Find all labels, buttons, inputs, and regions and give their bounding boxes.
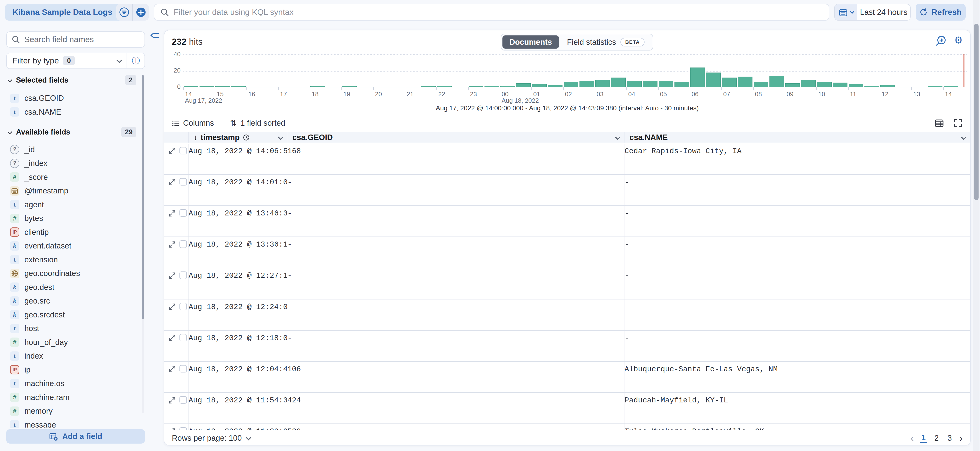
row-checkbox[interactable] bbox=[180, 240, 187, 248]
previous-page-button[interactable]: ‹ bbox=[910, 433, 914, 443]
cell-csa-name: - bbox=[624, 206, 970, 236]
fullscreen-button[interactable] bbox=[953, 118, 963, 128]
x-axis-tick bbox=[531, 88, 532, 90]
cell-csa-geoid: 520 bbox=[287, 424, 624, 430]
kql-search-input[interactable] bbox=[174, 7, 822, 17]
field-item[interactable]: k geo.src bbox=[6, 294, 142, 308]
histogram-bar bbox=[770, 76, 784, 88]
expand-row-icon[interactable] bbox=[169, 428, 176, 430]
column-header-csa-name[interactable]: csa.NAME bbox=[624, 132, 970, 143]
row-checkbox[interactable] bbox=[180, 303, 187, 310]
field-item[interactable]: k geo.srcdest bbox=[6, 308, 142, 322]
field-item[interactable]: # machine.ram bbox=[6, 390, 142, 404]
row-checkbox[interactable] bbox=[180, 365, 187, 373]
field-item[interactable]: # memory bbox=[6, 404, 142, 418]
expand-row-icon[interactable] bbox=[169, 241, 176, 248]
table-body: Aug 18, 2022 @ 14:06:51.816 168 Cedar Ra… bbox=[164, 144, 970, 430]
field-item[interactable]: k event.dataset bbox=[6, 239, 142, 253]
filter-by-type-select[interactable]: Filter by type 0 ⓘ bbox=[6, 53, 145, 69]
expand-row-icon[interactable] bbox=[169, 335, 176, 341]
column-actions-chevron[interactable] bbox=[278, 134, 283, 140]
kql-search-bar[interactable] bbox=[154, 4, 829, 21]
add-field-button[interactable]: Add a field bbox=[6, 429, 145, 444]
table-row: Aug 18, 2022 @ 12:04:41.998 106 Albuquer… bbox=[164, 362, 970, 393]
chevron-down-icon bbox=[850, 10, 854, 14]
histogram-bar bbox=[943, 86, 958, 88]
expand-row-icon[interactable] bbox=[169, 365, 176, 373]
field-item[interactable]: t host bbox=[6, 322, 142, 335]
refresh-button[interactable]: Refresh bbox=[916, 4, 966, 21]
available-fields-header[interactable]: Available fields 29 bbox=[6, 126, 143, 138]
columns-button[interactable]: Columns bbox=[172, 118, 214, 127]
sort-fields-button[interactable]: ⇅ 1 field sorted bbox=[230, 118, 285, 127]
field-item[interactable]: t machine.os bbox=[6, 376, 142, 390]
expand-row-icon[interactable] bbox=[169, 210, 176, 217]
display-density-button[interactable] bbox=[935, 118, 944, 128]
row-checkbox[interactable] bbox=[180, 178, 187, 185]
page-button-1[interactable]: 1 bbox=[920, 433, 927, 443]
field-item[interactable]: t csa.NAME bbox=[6, 105, 142, 119]
data-view-picker[interactable]: Kibana Sample Data Logs bbox=[5, 4, 129, 21]
row-checkbox[interactable] bbox=[180, 334, 187, 341]
pagination: ‹ 123› bbox=[910, 433, 963, 443]
sidebar-scrollbar[interactable] bbox=[142, 75, 144, 413]
expand-row-icon[interactable] bbox=[169, 303, 176, 310]
expand-row-icon[interactable] bbox=[169, 397, 176, 404]
page-scrollbar[interactable] bbox=[973, 0, 979, 451]
expand-row-icon[interactable] bbox=[169, 178, 176, 185]
info-icon[interactable]: ⓘ bbox=[127, 55, 145, 66]
field-item[interactable]: t agent bbox=[6, 198, 142, 212]
column-actions-chevron[interactable] bbox=[615, 134, 620, 140]
column-header-timestamp[interactable]: ↓ timestamp bbox=[188, 132, 287, 143]
row-controls bbox=[164, 144, 188, 174]
histogram-bar bbox=[659, 81, 673, 88]
x-axis-tick-label: 05 bbox=[660, 91, 667, 98]
page-button-2[interactable]: 2 bbox=[933, 433, 940, 443]
row-checkbox[interactable] bbox=[180, 271, 187, 279]
row-checkbox[interactable] bbox=[180, 147, 187, 155]
time-range-value[interactable]: Last 24 hours bbox=[857, 4, 910, 20]
field-item[interactable]: geo.coordinates bbox=[6, 266, 142, 280]
field-item[interactable]: t csa.GEOID bbox=[6, 91, 142, 105]
scrollbar-thumb[interactable] bbox=[974, 24, 978, 200]
x-axis-tick-label: 19 bbox=[343, 91, 350, 98]
expand-row-icon[interactable] bbox=[169, 272, 176, 279]
rows-per-page-button[interactable]: Rows per page: 100 bbox=[172, 433, 250, 443]
field-item[interactable]: k geo.dest bbox=[6, 280, 142, 294]
field-item[interactable]: IP clientip bbox=[6, 225, 142, 239]
field-item[interactable]: @timestamp bbox=[6, 184, 142, 198]
add-filter-button[interactable] bbox=[133, 4, 149, 21]
row-checkbox[interactable] bbox=[180, 396, 187, 403]
column-header-csa-geoid[interactable]: csa.GEOID bbox=[287, 132, 624, 143]
tab-field-statistics[interactable]: Field statistics BETA bbox=[560, 35, 652, 49]
field-item[interactable]: # bytes bbox=[6, 211, 142, 225]
field-search-input[interactable] bbox=[24, 35, 140, 44]
selected-fields-list: t csa.GEOID t csa.NAME bbox=[6, 91, 142, 119]
next-page-button[interactable]: › bbox=[959, 433, 963, 443]
field-item[interactable]: # _score bbox=[6, 170, 142, 184]
row-checkbox[interactable] bbox=[180, 427, 187, 430]
field-item[interactable]: ? _index bbox=[6, 156, 142, 170]
page-button-3[interactable]: 3 bbox=[946, 433, 953, 443]
selected-fields-header[interactable]: Selected fields 2 bbox=[6, 75, 143, 86]
collapse-sidebar-icon[interactable] bbox=[150, 31, 159, 40]
field-item[interactable]: IP ip bbox=[6, 363, 142, 377]
field-item[interactable]: t index bbox=[6, 349, 142, 363]
field-item[interactable]: # hour_of_day bbox=[6, 335, 142, 349]
field-item[interactable]: t message bbox=[6, 418, 142, 428]
inspect-button[interactable] bbox=[935, 35, 946, 46]
saved-query-menu-button[interactable] bbox=[116, 4, 132, 21]
row-checkbox[interactable] bbox=[180, 209, 187, 217]
field-item[interactable]: ? _id bbox=[6, 143, 142, 156]
tab-documents[interactable]: Documents bbox=[503, 35, 558, 49]
histogram-bar bbox=[469, 86, 483, 88]
field-search-box[interactable] bbox=[6, 31, 145, 48]
column-actions-chevron[interactable] bbox=[961, 134, 966, 140]
chart-options-button[interactable]: ⚙ bbox=[954, 35, 963, 46]
field-item[interactable]: t extension bbox=[6, 253, 142, 267]
cell-csa-name: - bbox=[624, 268, 970, 299]
clock-icon bbox=[243, 134, 250, 141]
expand-row-icon[interactable] bbox=[169, 147, 176, 155]
histogram-plot-area[interactable]: 1415161718192021222300010203040506070809… bbox=[183, 54, 967, 88]
date-quick-select-button[interactable] bbox=[835, 4, 857, 20]
